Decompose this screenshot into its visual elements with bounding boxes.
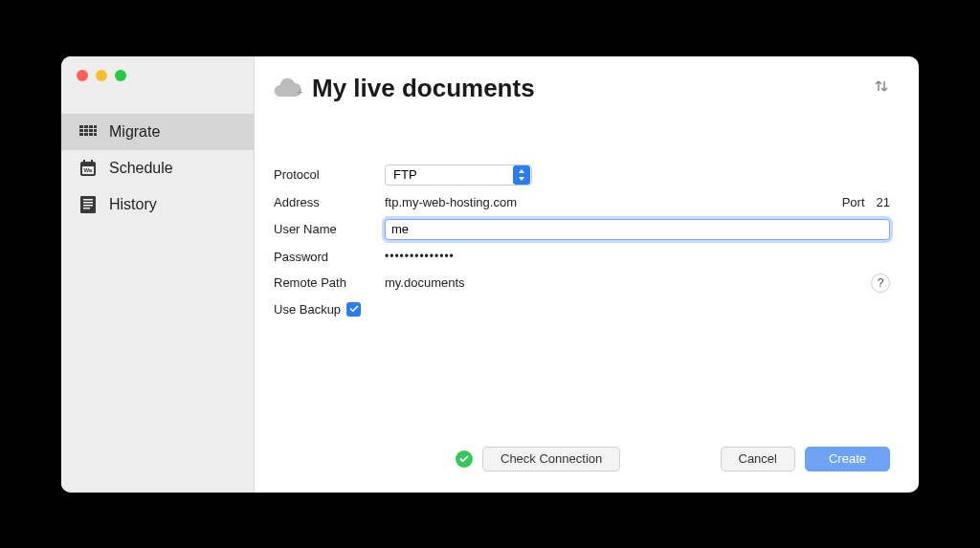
svg-rect-7 — [94, 129, 97, 132]
username-label: User Name — [274, 222, 385, 236]
sidebar-item-schedule[interactable]: We Schedule — [61, 150, 254, 186]
calendar-icon: We — [78, 160, 98, 177]
port-value[interactable]: 21 — [877, 195, 890, 209]
address-value[interactable]: ftp.my-web-hosting.com — [385, 195, 517, 209]
select-arrows-icon — [513, 165, 530, 185]
svg-rect-14 — [83, 160, 85, 164]
create-button[interactable]: Create — [805, 447, 890, 471]
close-window-button[interactable] — [77, 70, 88, 81]
sidebar-item-history[interactable]: History — [61, 186, 254, 223]
svg-rect-10 — [89, 133, 93, 136]
protocol-select[interactable]: FTP — [385, 164, 532, 186]
svg-rect-5 — [84, 129, 88, 132]
protocol-value: FTP — [386, 167, 512, 182]
address-row: Address ftp.my-web-hosting.com Port 21 — [274, 195, 890, 209]
fullscreen-window-button[interactable] — [115, 70, 126, 81]
svg-rect-2 — [89, 125, 93, 128]
svg-rect-19 — [83, 202, 93, 204]
cancel-button[interactable]: Cancel — [721, 447, 795, 471]
port-label: Port — [842, 195, 865, 209]
svg-rect-20 — [83, 205, 93, 207]
header: + My live documents — [274, 74, 890, 103]
svg-rect-1 — [84, 125, 88, 128]
svg-rect-6 — [89, 129, 93, 132]
remote-path-value[interactable]: my.documents — [385, 275, 465, 290]
app-window: Migrate We Schedule History + My live do… — [61, 56, 919, 493]
cloud-icon: + — [274, 76, 302, 100]
svg-rect-18 — [83, 199, 93, 201]
window-controls — [61, 70, 254, 114]
list-icon — [78, 196, 98, 213]
svg-rect-9 — [84, 133, 88, 136]
svg-rect-21 — [83, 208, 90, 209]
transfer-icon[interactable] — [873, 77, 890, 99]
username-row: User Name — [274, 219, 890, 240]
sidebar-item-migrate[interactable]: Migrate — [61, 114, 254, 150]
remote-path-label: Remote Path — [274, 275, 385, 290]
username-input[interactable] — [385, 219, 890, 240]
page-title: My live documents — [312, 74, 863, 103]
minimize-window-button[interactable] — [96, 70, 107, 81]
svg-rect-3 — [94, 125, 97, 128]
svg-text:We: We — [84, 167, 94, 173]
sidebar: Migrate We Schedule History — [61, 56, 255, 493]
status-ok-icon — [456, 450, 473, 468]
port-section: Port 21 — [842, 195, 890, 209]
use-backup-toggle[interactable]: Use Backup — [274, 302, 361, 317]
protocol-row: Protocol FTP — [274, 164, 890, 186]
connection-form: Protocol FTP Address ftp.my-web-hosting.… — [274, 164, 890, 317]
remote-path-row: Remote Path my.documents ? — [274, 274, 890, 293]
address-label: Address — [274, 195, 385, 209]
svg-text:+: + — [297, 86, 302, 97]
svg-rect-4 — [79, 129, 83, 132]
sidebar-item-label: Schedule — [109, 160, 173, 177]
use-backup-row: Use Backup — [274, 302, 890, 317]
footer: Check Connection Cancel Create — [274, 447, 890, 493]
grid-icon — [78, 123, 98, 141]
svg-rect-0 — [79, 125, 83, 128]
checkbox-checked-icon — [346, 302, 361, 317]
svg-rect-11 — [94, 133, 97, 136]
sidebar-item-label: History — [109, 196, 157, 213]
use-backup-label: Use Backup — [274, 302, 341, 317]
password-value[interactable]: •••••••••••••• — [385, 250, 455, 263]
svg-rect-8 — [79, 133, 83, 136]
password-row: Password •••••••••••••• — [274, 250, 890, 264]
check-connection-button[interactable]: Check Connection — [482, 447, 620, 471]
protocol-label: Protocol — [274, 167, 385, 182]
password-label: Password — [274, 250, 385, 264]
main-panel: + My live documents Protocol FTP Address… — [255, 56, 919, 493]
help-button[interactable]: ? — [871, 274, 890, 293]
svg-rect-15 — [91, 160, 93, 164]
sidebar-item-label: Migrate — [109, 123, 160, 141]
